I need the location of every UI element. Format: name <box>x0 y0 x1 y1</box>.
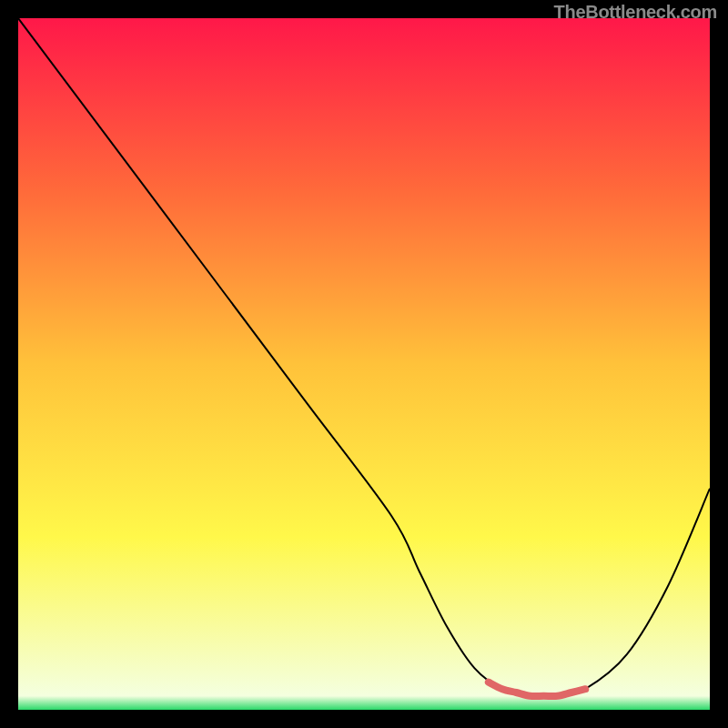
plot-area <box>18 18 710 710</box>
watermark-text: TheBottleneck.com <box>554 2 717 23</box>
gradient-background <box>18 18 710 710</box>
chart-container: TheBottleneck.com <box>0 0 728 728</box>
chart-svg <box>18 18 710 710</box>
